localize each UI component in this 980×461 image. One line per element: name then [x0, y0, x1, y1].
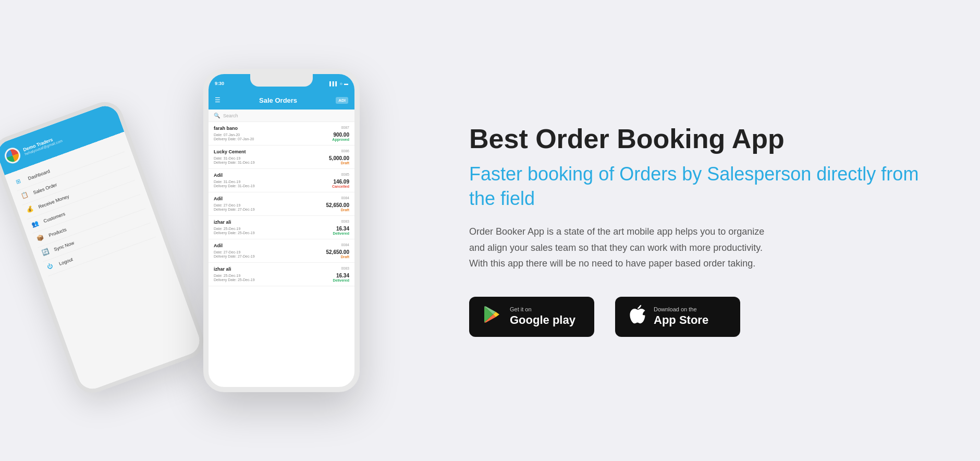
- menu-label: Logout: [58, 257, 74, 266]
- google-play-button[interactable]: Get it on Google play: [469, 297, 594, 337]
- order-date: Date: 25-Dec-19: [214, 227, 255, 231]
- order-name: izhar ali: [214, 266, 231, 272]
- order-item-7[interactable]: izhar ali 0083 Date: 25-Dec-19 Delivery …: [209, 263, 354, 286]
- order-item-top: Lucky Cement 0086: [214, 149, 349, 154]
- phone-front: 9:30 ▌▌▌ ⌾ ▬ ☰ Sale Orders ADI 🔍 Search: [203, 69, 360, 392]
- order-meta: Date: 07-Jan-20 Delivery Date: 07-Jan-20…: [214, 132, 349, 141]
- order-delivery: Delivery Date: 07-Jan-20: [214, 137, 254, 141]
- phones-section: Demo Traders hehalyousaf@gmail.com ⊞ Das…: [31, 10, 427, 451]
- order-meta: Date: 31-Dec-19 Delivery Date: 31-Dec-19…: [214, 155, 349, 165]
- order-date-info: Date: 27-Dec-19 Delivery Date: 27-Dec-19: [214, 250, 255, 258]
- user-info: Demo Traders hehalyousaf@gmail.com: [22, 134, 63, 155]
- order-number: 0086: [341, 149, 349, 153]
- order-date-info: Date: 27-Dec-19 Delivery Date: 27-Dec-19: [214, 203, 255, 211]
- order-name: Adil: [214, 173, 223, 178]
- app-store-button[interactable]: Download on the App Store: [615, 297, 740, 337]
- order-status: Cancelled: [332, 185, 349, 188]
- search-icon: 🔍: [214, 113, 220, 118]
- order-delivery: Delivery Date: 27-Dec-19: [214, 254, 255, 258]
- order-date-info: Date: 25-Dec-19 Delivery Date: 25-Dec-19: [214, 274, 255, 282]
- hamburger-icon[interactable]: ☰: [215, 96, 220, 104]
- order-delivery: Delivery Date: 25-Dec-19: [214, 231, 255, 235]
- order-date: Date: 25-Dec-19: [214, 274, 255, 277]
- order-date: Date: 27-Dec-19: [214, 250, 255, 254]
- phone-back: Demo Traders hehalyousaf@gmail.com ⊞ Das…: [0, 97, 209, 398]
- menu-label: Customers: [43, 211, 66, 224]
- phone-notch: [250, 74, 313, 87]
- order-date-info: Date: 31-Dec-19 Delivery Date: 31-Dec-19: [214, 156, 255, 164]
- app-store-text: Download on the App Store: [654, 306, 708, 327]
- order-amount: 52,650.00: [326, 202, 350, 208]
- page-container: Demo Traders hehalyousaf@gmail.com ⊞ Das…: [0, 0, 980, 461]
- order-number: 0087: [341, 126, 349, 129]
- products-icon: 📦: [35, 233, 46, 244]
- order-delivery: Delivery Date: 31-Dec-19: [214, 184, 255, 188]
- app-store-small: Download on the: [654, 306, 708, 313]
- google-play-small: Get it on: [510, 306, 575, 313]
- user-avatar-badge: ADI: [336, 97, 348, 104]
- menu-label: Products: [48, 227, 67, 238]
- order-date: Date: 27-Dec-19: [214, 203, 255, 207]
- order-item-3[interactable]: Adil 0085 Date: 31-Dec-19 Delivery Date:…: [209, 169, 354, 192]
- order-status: Approved: [332, 138, 349, 141]
- signal-icon: ▌▌▌: [329, 81, 338, 86]
- search-bar[interactable]: 🔍 Search: [209, 110, 354, 122]
- google-play-text: Get it on Google play: [510, 306, 575, 327]
- app-header: ☰ Sale Orders ADI: [209, 91, 354, 110]
- order-meta: Date: 27-Dec-19 Delivery Date: 27-Dec-19…: [214, 202, 349, 212]
- order-status: Delivered: [333, 278, 349, 282]
- menu-label: Sync Now: [53, 240, 75, 252]
- order-meta: Date: 25-Dec-19 Delivery Date: 25-Dec-19…: [214, 226, 349, 235]
- order-item-top: Adil 0084: [214, 243, 349, 248]
- wifi-icon: ⌾: [340, 81, 342, 86]
- content-section: Best Order Booking App Faster booking of…: [427, 124, 949, 337]
- order-number: 0084: [341, 196, 349, 200]
- order-amount: 16.34: [333, 226, 349, 232]
- sync-icon: 🔄: [41, 247, 52, 258]
- orders-list: farah bano 0087 Date: 07-Jan-20 Delivery…: [209, 122, 354, 286]
- apple-icon: [628, 304, 646, 330]
- order-number: 0083: [341, 220, 349, 223]
- order-meta: Date: 31-Dec-19 Delivery Date: 31-Dec-19…: [214, 179, 349, 188]
- description-text: Order Booker App is a state of the art m…: [469, 224, 782, 272]
- search-placeholder: Search: [223, 113, 238, 118]
- app-store-large: App Store: [654, 313, 708, 327]
- order-status: Delivered: [333, 232, 349, 235]
- order-delivery: Delivery Date: 25-Dec-19: [214, 278, 255, 282]
- order-item-top: Adil 0084: [214, 196, 349, 201]
- order-number: 0085: [341, 173, 349, 176]
- main-title: Best Order Booking App: [469, 124, 928, 154]
- order-item-top: izhar ali 0083: [214, 220, 349, 225]
- customers-icon: 👥: [31, 219, 42, 230]
- order-delivery: Delivery Date: 27-Dec-19: [214, 208, 255, 211]
- order-date-info: Date: 25-Dec-19 Delivery Date: 25-Dec-19: [214, 227, 255, 235]
- order-delivery: Delivery Date: 31-Dec-19: [214, 161, 255, 164]
- status-time: 9:30: [215, 81, 224, 86]
- screen-title: Sale Orders: [259, 96, 297, 104]
- order-item-6[interactable]: Adil 0084 Date: 27-Dec-19 Delivery Date:…: [209, 239, 354, 263]
- order-name: izhar ali: [214, 220, 231, 225]
- receive-money-icon: 💰: [26, 204, 36, 215]
- order-item-4[interactable]: Adil 0084 Date: 27-Dec-19 Delivery Date:…: [209, 192, 354, 216]
- sub-title: Faster booking of Orders by Salesperson …: [469, 162, 928, 211]
- order-meta: Date: 25-Dec-19 Delivery Date: 25-Dec-19…: [214, 273, 349, 282]
- order-name: Adil: [214, 243, 223, 248]
- google-play-large: Google play: [510, 313, 575, 327]
- order-name: Adil: [214, 196, 223, 201]
- app-buttons: Get it on Google play Download on the Ap…: [469, 297, 928, 337]
- order-amount: 5,000.00: [329, 155, 349, 161]
- order-number: 0083: [341, 266, 349, 270]
- order-item-2[interactable]: Lucky Cement 0086 Date: 31-Dec-19 Delive…: [209, 145, 354, 169]
- menu-label: Dashboard: [27, 168, 51, 181]
- order-item-5[interactable]: izhar ali 0083 Date: 25-Dec-19 Delivery …: [209, 216, 354, 239]
- order-date-info: Date: 07-Jan-20 Delivery Date: 07-Jan-20: [214, 133, 254, 141]
- status-icons: ▌▌▌ ⌾ ▬: [329, 81, 348, 86]
- order-number: 0084: [341, 243, 349, 247]
- order-item-top: izhar ali 0083: [214, 266, 349, 272]
- order-amount: 52,650.00: [326, 249, 350, 255]
- order-date-info: Date: 31-Dec-19 Delivery Date: 31-Dec-19: [214, 180, 255, 188]
- order-item-1[interactable]: farah bano 0087 Date: 07-Jan-20 Delivery…: [209, 122, 354, 145]
- order-date: Date: 31-Dec-19: [214, 156, 255, 160]
- dashboard-icon: ⊞: [15, 176, 26, 187]
- order-date: Date: 31-Dec-19: [214, 180, 255, 184]
